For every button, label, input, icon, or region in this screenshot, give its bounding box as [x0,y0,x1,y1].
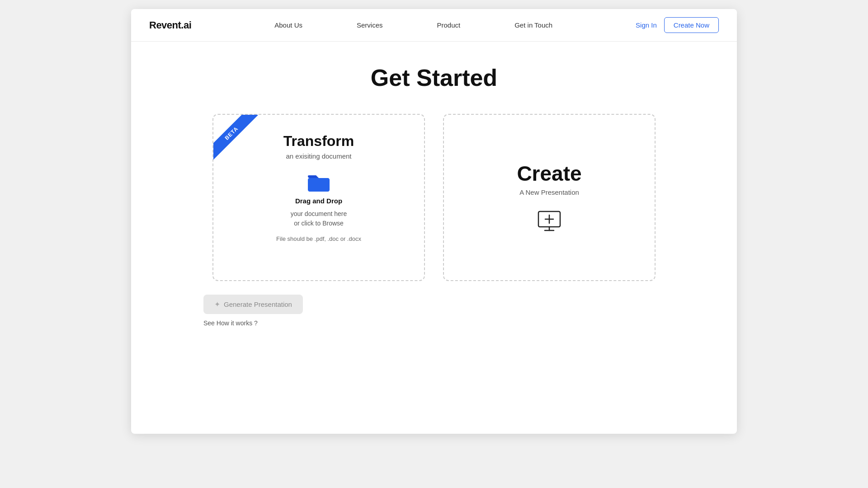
drag-drop-label: Drag and Drop [295,197,342,205]
nav-item-product[interactable]: Product [410,21,488,29]
transform-title: Transform [227,133,410,150]
navbar: Revent.ai About Us Services Product Get … [131,9,737,42]
create-subtitle: A New Presentation [519,188,579,196]
folder-icon [307,174,330,192]
nav-item-about[interactable]: About Us [247,21,330,29]
drag-drop-subtext: your document here or click to Browse [291,209,347,228]
cards-container: BETA Transform an exisiting document Dra… [158,114,710,281]
nav-link-about[interactable]: About Us [247,21,330,29]
create-now-button[interactable]: Create Now [664,17,719,33]
page-title: Get Started [158,64,710,91]
drop-zone[interactable]: Drag and Drop your document here or clic… [227,174,410,228]
see-how-link[interactable]: See How it works ? [203,319,258,327]
nav-item-get-in-touch[interactable]: Get in Touch [487,21,580,29]
create-card[interactable]: Create A New Presentation [443,114,656,281]
generate-btn-label: Generate Presentation [224,300,292,308]
sign-in-button[interactable]: Sign In [636,21,657,29]
transform-subtitle: an exisiting document [227,152,410,160]
transform-card[interactable]: BETA Transform an exisiting document Dra… [212,114,425,281]
nav-link-services[interactable]: Services [330,21,410,29]
nav-item-services[interactable]: Services [330,21,410,29]
sparkle-icon: ✦ [214,300,220,309]
nav-actions: Sign In Create Now [636,17,719,33]
bottom-actions: ✦ Generate Presentation See How it works… [158,295,710,327]
nav-link-product[interactable]: Product [410,21,488,29]
main-content: Get Started BETA Transform an exisiting … [131,42,737,354]
generate-presentation-button[interactable]: ✦ Generate Presentation [203,295,303,314]
create-title: Create [517,161,581,186]
page-wrapper: Revent.ai About Us Services Product Get … [131,9,737,434]
nav-link-get-in-touch[interactable]: Get in Touch [487,21,580,29]
nav-links: About Us Services Product Get in Touch [191,21,636,29]
file-hint: File should be .pdf, .doc or .docx [227,235,410,242]
presentation-icon [537,209,562,234]
logo: Revent.ai [149,19,191,31]
